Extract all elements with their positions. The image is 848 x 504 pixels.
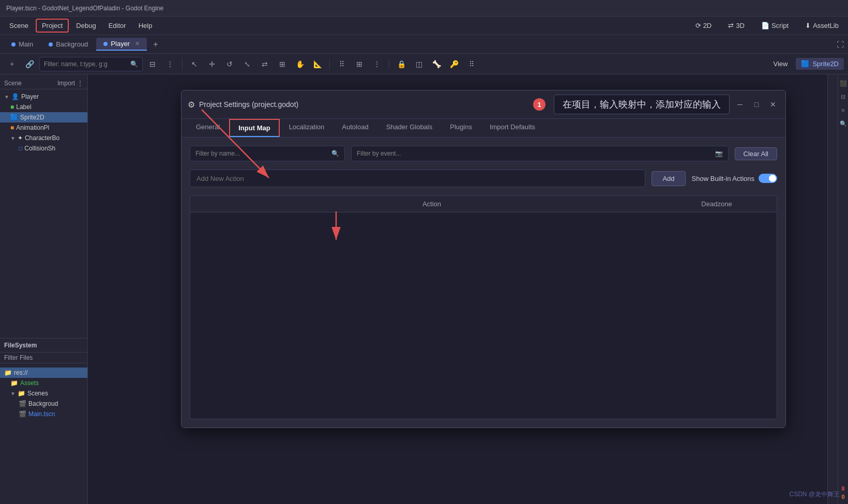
fs-item-res[interactable]: 📁 res:// <box>0 368 87 378</box>
right-panel-btn-4[interactable]: 🔍 <box>839 119 848 128</box>
col-deadzone: Deadzone <box>665 200 768 208</box>
link-btn[interactable]: 🔗 <box>22 57 37 71</box>
bone-btn[interactable]: 🦴 <box>429 57 444 71</box>
fs-item-assets-text: Assets <box>20 379 39 387</box>
scene-panel-header: Scene Import ⋮ <box>0 78 87 89</box>
fs-item-scenes[interactable]: ▼ 📁 Scenes <box>0 388 87 399</box>
add-node-btn[interactable]: ＋ <box>4 57 20 71</box>
filter-event-field[interactable]: Filter by event... 📷 <box>351 146 729 161</box>
filesystem-content: 📁 res:// 📁 Assets ▼ 📁 Scenes 🎬 Backgroud <box>0 365 87 504</box>
group-btn[interactable]: ◫ <box>411 57 427 71</box>
scene-more-icon[interactable]: ⋮ <box>77 80 83 87</box>
menu-scene[interactable]: Scene <box>4 20 34 32</box>
scenes-folder-icon: 📁 <box>18 390 25 397</box>
scenes-chevron-icon: ▼ <box>10 391 16 396</box>
rotate-btn[interactable]: ↺ <box>222 57 237 71</box>
menu-bar: Scene Project Debug Editor Help ⟳ 2D ⇄ 3… <box>0 17 848 35</box>
ruler-btn[interactable]: 📐 <box>310 57 325 71</box>
tab-main[interactable]: Main <box>4 38 40 50</box>
dialog-tab-localization[interactable]: Localization <box>281 119 333 137</box>
tab-close-icon[interactable]: ✕ <box>135 40 140 47</box>
fs-item-assets[interactable]: 📁 Assets <box>0 378 87 388</box>
view-btn[interactable]: View <box>768 58 793 70</box>
tab-bar-right: ⛶ <box>837 40 844 49</box>
toolbar-separator-2 <box>329 59 330 69</box>
btn-assetlib[interactable]: ⬇ AssetLib <box>800 20 844 32</box>
flip-btn[interactable]: ⇄ <box>257 57 272 71</box>
tree-item-animation-text: AnimationPl <box>16 124 49 131</box>
dialog-tab-inputmap[interactable]: Input Map <box>229 119 279 137</box>
fs-item-main-text: Main.tscn <box>28 410 55 418</box>
grid2-btn[interactable]: ⊞ <box>352 57 367 71</box>
menu-editor[interactable]: Editor <box>103 20 131 32</box>
dots-btn[interactable]: ⠿ <box>464 57 479 71</box>
expand-icon[interactable]: ⛶ <box>837 40 844 49</box>
tree-item-collision[interactable]: □ CollisionSh <box>0 143 87 154</box>
add-btn[interactable]: Add <box>652 171 685 186</box>
snapping-btn[interactable]: ⠿ <box>334 57 350 71</box>
padlock-btn[interactable]: 🔒 <box>393 57 409 71</box>
tab-add-btn[interactable]: + <box>148 38 163 51</box>
tree-item-player[interactable]: ▼ 👤 Player <box>0 91 87 102</box>
show-builtin-toggle[interactable] <box>759 174 777 183</box>
tab-backgroud[interactable]: Backgroud <box>41 38 95 50</box>
folder-icon: 📁 <box>4 369 12 376</box>
label-icon: ■ <box>10 103 14 111</box>
pan-btn[interactable]: ✋ <box>292 57 308 71</box>
collision-icon: □ <box>19 145 22 152</box>
fs-item-scenes-text: Scenes <box>27 390 48 397</box>
player-icon: 👤 <box>11 93 19 100</box>
add-action-row: Add Show Built-in Actions <box>190 170 777 187</box>
right-panel-btn-3[interactable]: ≡ <box>839 105 848 115</box>
dialog-close-btn[interactable]: ✕ <box>767 98 779 111</box>
toolbar: ＋ 🔗 Filter: name, t:type, g:g 🔍 ⊟ ⋮ ↖ ✛ … <box>0 54 848 74</box>
btn-3d[interactable]: ⇄ 3D <box>723 20 750 32</box>
tab-player[interactable]: Player ✕ <box>96 38 147 51</box>
add-action-input[interactable] <box>190 170 645 187</box>
tree-item-characterbody[interactable]: ▼ ✦ CharacterBo <box>0 133 87 143</box>
scale-btn[interactable]: ⤡ <box>239 57 255 71</box>
filter-name-field[interactable]: Filter by name... 🔍 <box>190 146 345 161</box>
right-panel-btn-2[interactable]: ⊟ <box>839 92 848 101</box>
dialog-tab-shader-globals[interactable]: Shader Globals <box>378 119 441 137</box>
dialog-tab-import-defaults[interactable]: Import Defaults <box>481 119 543 137</box>
right-panel-btn-1[interactable]: ⬛ <box>839 79 848 88</box>
import-tab[interactable]: Import <box>57 80 75 87</box>
btn-script[interactable]: 📄 Script <box>756 20 794 32</box>
right-panel: ⬛ ⊟ ≡ 🔍 8 0 <box>838 74 848 504</box>
title-bar: Player.tscn - GodotNet_LegendOfPaladin -… <box>0 0 848 17</box>
dialog-tab-plugins[interactable]: Plugins <box>442 119 480 137</box>
sprite2d-icon: 🟦 <box>801 60 809 68</box>
chevron-icon: ▼ <box>4 94 9 100</box>
dialog-tab-general[interactable]: General <box>188 119 228 137</box>
clear-all-btn[interactable]: Clear All <box>735 147 777 160</box>
key-btn[interactable]: 🔑 <box>446 57 462 71</box>
menu-project[interactable]: Project <box>36 19 69 33</box>
filesystem-panel: FileSystem Filter Files 📁 res:// 📁 Asset… <box>0 339 87 504</box>
lock-btn[interactable]: ⊟ <box>145 57 160 71</box>
tree-item-label[interactable]: ■ Label <box>0 102 87 112</box>
menu-help[interactable]: Help <box>133 20 158 32</box>
dialog-maximize-btn[interactable]: □ <box>750 98 763 111</box>
sprite2d-btn[interactable]: 🟦 Sprite2D <box>796 58 844 70</box>
window-title: Player.tscn - GodotNet_LegendOfPaladin -… <box>6 5 163 12</box>
more2-btn[interactable]: ⋮ <box>369 57 385 71</box>
btn-2d[interactable]: ⟳ 2D <box>690 20 717 32</box>
dialog-minimize-btn[interactable]: ─ <box>734 98 746 111</box>
menu-debug[interactable]: Debug <box>71 20 101 32</box>
move-btn[interactable]: ✛ <box>204 57 220 71</box>
tree-item-characterbody-text: CharacterBo <box>25 134 59 142</box>
dialog-tab-autoload[interactable]: Autoload <box>334 119 376 137</box>
grid-btn[interactable]: ⊞ <box>275 57 290 71</box>
view-mode-buttons: ⟳ 2D ⇄ 3D 📄 Script ⬇ AssetLib <box>690 20 844 32</box>
search-icon: 🔍 <box>130 60 138 68</box>
fs-item-main[interactable]: 🎬 Main.tscn <box>0 409 87 419</box>
sprite2d-tree-icon: 🟦 <box>10 114 18 121</box>
more-btn[interactable]: ⋮ <box>162 57 178 71</box>
select-btn[interactable]: ↖ <box>187 57 202 71</box>
tree-item-animation[interactable]: ■ AnimationPl <box>0 123 87 133</box>
fs-item-backgroud[interactable]: 🎬 Backgroud <box>0 399 87 409</box>
tree-item-sprite2d[interactable]: 🟦 Sprite2D <box>0 112 87 123</box>
scene-panel: Scene Import ⋮ ▼ 👤 Player ■ Label 🟦 Spri… <box>0 74 87 338</box>
right-panel-number-0: 0 <box>841 494 844 500</box>
